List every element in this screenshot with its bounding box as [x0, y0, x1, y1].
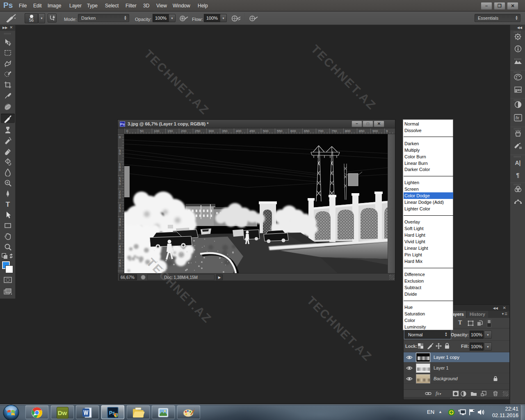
svg-text:fx: fx [516, 115, 519, 120]
